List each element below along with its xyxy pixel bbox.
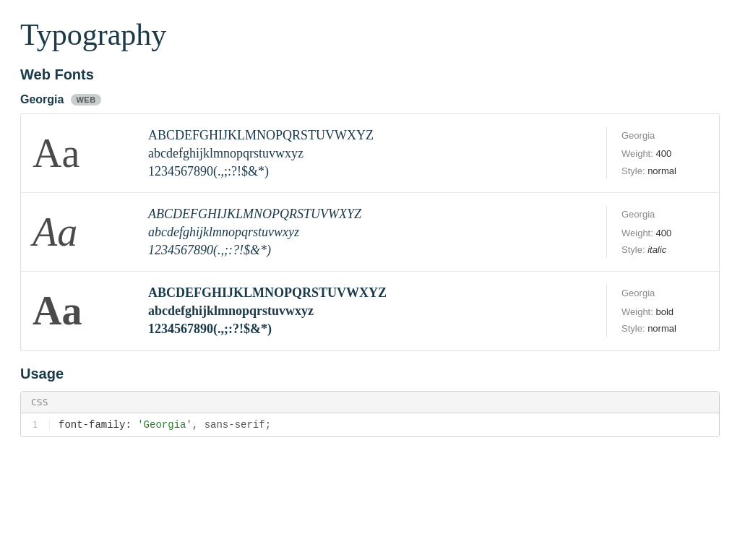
sample-uppercase-italic: ABCDEFGHIJKLMNOPQRSTUVWXYZ (148, 207, 592, 222)
sample-meta-bold: Georgia Weight: bold Style: normal (606, 285, 707, 337)
page-title: Typography (20, 17, 720, 52)
sample-chars-normal: ABCDEFGHIJKLMNOPQRSTUVWXYZ abcdefghijklm… (134, 128, 606, 179)
sample-meta-italic: Georgia Weight: 400 Style: italic (606, 206, 707, 258)
code-value: 'Georgia' (137, 419, 192, 431)
web-badge: WEB (71, 94, 100, 105)
font-name-label: Georgia (20, 93, 64, 106)
meta-font-name-bold: Georgia (621, 285, 707, 301)
font-sample-italic: Aa ABCDEFGHIJKLMNOPQRSTUVWXYZ abcdefghij… (21, 193, 719, 272)
sample-large-normal: Aa (33, 133, 134, 173)
meta-weight-value-italic: 400 (655, 228, 671, 238)
sample-numbers-bold: 1234567890(.,;:?!$&*) (148, 322, 592, 337)
meta-style-italic: Style: italic (621, 241, 707, 258)
sample-chars-bold: ABCDEFGHIJKLMNOPQRSTUVWXYZ abcdefghijklm… (134, 285, 606, 337)
meta-style-value-italic: italic (648, 244, 666, 255)
code-block-header: CSS (21, 392, 719, 413)
code-prop: font-family: (59, 419, 137, 431)
sample-lowercase-bold: abcdefghijklmnopqrstuvwxyz (148, 303, 592, 319)
font-samples-container: Aa ABCDEFGHIJKLMNOPQRSTUVWXYZ abcdefghij… (20, 113, 720, 351)
code-line: 1 font-family: 'Georgia', sans-serif; (21, 413, 719, 436)
meta-style-value-normal: normal (648, 165, 676, 176)
line-number: 1 (21, 419, 50, 430)
code-text: font-family: 'Georgia', sans-serif; (59, 419, 271, 431)
meta-weight-value-bold: bold (655, 306, 674, 317)
meta-weight-normal: Weight: 400 (621, 145, 707, 162)
meta-weight-value-normal: 400 (655, 148, 671, 159)
usage-section: Usage CSS 1 font-family: 'Georgia', sans… (20, 366, 720, 437)
sample-large-bold: Aa (33, 290, 134, 331)
meta-style-value-bold: normal (648, 323, 676, 334)
sample-chars-italic: ABCDEFGHIJKLMNOPQRSTUVWXYZ abcdefghijklm… (134, 207, 606, 258)
web-fonts-title: Web Fonts (20, 66, 720, 83)
meta-weight-italic: Weight: 400 (621, 225, 707, 241)
code-suffix: , sans-serif; (192, 419, 271, 431)
font-sample-bold: Aa ABCDEFGHIJKLMNOPQRSTUVWXYZ abcdefghij… (21, 272, 719, 350)
sample-uppercase-bold: ABCDEFGHIJKLMNOPQRSTUVWXYZ (148, 285, 592, 301)
sample-large-italic: Aa (33, 212, 134, 252)
meta-style-bold: Style: normal (621, 320, 707, 337)
code-block: CSS 1 font-family: 'Georgia', sans-serif… (20, 391, 720, 437)
sample-meta-normal: Georgia Weight: 400 Style: normal (606, 127, 707, 179)
sample-numbers-italic: 1234567890(.,;:?!$&*) (148, 243, 592, 258)
sample-lowercase-normal: abcdefghijklmnopqrstuvwxyz (148, 146, 592, 161)
sample-numbers-normal: 1234567890(.,;:?!$&*) (148, 164, 592, 179)
meta-font-name-normal: Georgia (621, 127, 707, 144)
meta-weight-bold: Weight: bold (621, 303, 707, 320)
font-name-row: Georgia WEB (20, 93, 720, 106)
meta-font-name-italic: Georgia (621, 206, 707, 223)
usage-title: Usage (20, 366, 720, 382)
meta-style-normal: Style: normal (621, 163, 707, 179)
sample-lowercase-italic: abcdefghijklmnopqrstuvwxyz (148, 225, 592, 240)
font-sample-normal: Aa ABCDEFGHIJKLMNOPQRSTUVWXYZ abcdefghij… (21, 114, 719, 193)
sample-uppercase-normal: ABCDEFGHIJKLMNOPQRSTUVWXYZ (148, 128, 592, 143)
